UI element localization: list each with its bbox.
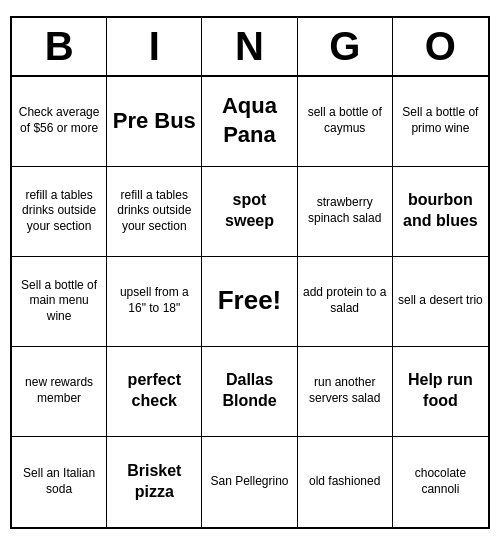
cell-text: Sell an Italian soda [16,466,102,497]
cell-text: add protein to a salad [302,285,388,316]
cell-text: Sell a bottle of primo wine [397,105,484,136]
cell-text: Free! [218,284,282,318]
bingo-cell: Sell a bottle of main menu wine [12,257,107,347]
cell-text: strawberry spinach salad [302,195,388,226]
cell-text: Help run food [397,370,484,412]
bingo-cell: Aqua Pana [202,77,297,167]
header-letter: O [393,18,488,75]
cell-text: new rewards member [16,375,102,406]
bingo-cell: strawberry spinach salad [298,167,393,257]
bingo-cell: Check average of $56 or more [12,77,107,167]
cell-text: sell a desert trio [398,293,483,309]
cell-text: sell a bottle of caymus [302,105,388,136]
bingo-cell: new rewards member [12,347,107,437]
cell-text: perfect check [111,370,197,412]
cell-text: refill a tables drinks outside your sect… [16,188,102,235]
cell-text: Dallas Blonde [206,370,292,412]
bingo-cell: refill a tables drinks outside your sect… [107,167,202,257]
bingo-cell: spot sweep [202,167,297,257]
bingo-cell: Dallas Blonde [202,347,297,437]
bingo-cell: Brisket pizza [107,437,202,527]
cell-text: Sell a bottle of main menu wine [16,278,102,325]
bingo-cell: Sell a bottle of primo wine [393,77,488,167]
bingo-cell: Help run food [393,347,488,437]
bingo-cell: run another servers salad [298,347,393,437]
bingo-cell: refill a tables drinks outside your sect… [12,167,107,257]
header-letter: N [202,18,297,75]
cell-text: bourbon and blues [397,190,484,232]
bingo-cell: Sell an Italian soda [12,437,107,527]
bingo-cell: add protein to a salad [298,257,393,347]
bingo-cell: San Pellegrino [202,437,297,527]
header-letter: G [298,18,393,75]
bingo-cell: perfect check [107,347,202,437]
cell-text: chocolate cannoli [397,466,484,497]
cell-text: old fashioned [309,474,380,490]
bingo-card: BINGO Check average of $56 or morePre Bu… [10,16,490,529]
cell-text: San Pellegrino [210,474,288,490]
bingo-cell: sell a desert trio [393,257,488,347]
bingo-cell: bourbon and blues [393,167,488,257]
bingo-cell: Pre Bus [107,77,202,167]
bingo-cell: chocolate cannoli [393,437,488,527]
cell-text: Brisket pizza [111,461,197,503]
header-letter: I [107,18,202,75]
cell-text: Aqua Pana [206,92,292,149]
cell-text: run another servers salad [302,375,388,406]
bingo-header: BINGO [12,18,488,77]
cell-text: refill a tables drinks outside your sect… [111,188,197,235]
bingo-cell: upsell from a 16" to 18" [107,257,202,347]
cell-text: upsell from a 16" to 18" [111,285,197,316]
cell-text: Pre Bus [113,107,196,136]
bingo-cell: old fashioned [298,437,393,527]
bingo-cell: Free! [202,257,297,347]
bingo-grid: Check average of $56 or morePre BusAqua … [12,77,488,527]
cell-text: spot sweep [206,190,292,232]
bingo-cell: sell a bottle of caymus [298,77,393,167]
header-letter: B [12,18,107,75]
cell-text: Check average of $56 or more [16,105,102,136]
